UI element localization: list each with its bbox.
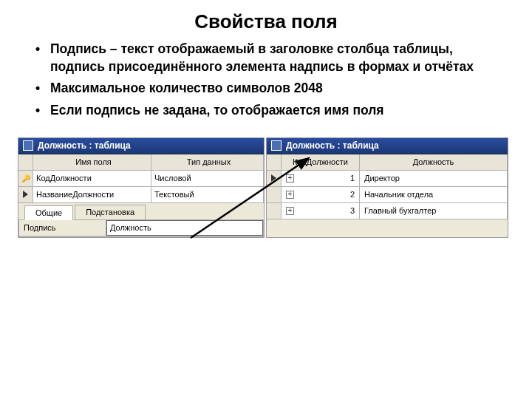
table-icon [271, 140, 282, 151]
data-row[interactable]: + 3 Главный бухгалтер [267, 203, 508, 219]
id-cell[interactable]: + 1 [282, 171, 360, 186]
row-selector[interactable] [267, 203, 282, 219]
field-name-cell[interactable]: НазваниеДолжности [33, 187, 151, 202]
expand-icon[interactable]: + [286, 207, 294, 215]
property-row-caption: Подпись Должность [19, 220, 263, 236]
row-selector-header [267, 154, 282, 170]
data-type-cell[interactable]: Текстовый [151, 187, 264, 202]
data-row[interactable]: + 2 Начальник отдела [267, 187, 508, 203]
property-tabs: Общие Подстановка [18, 205, 264, 219]
expand-icon[interactable]: + [286, 174, 294, 183]
id-cell[interactable]: + 3 [282, 203, 360, 219]
data-grid[interactable]: КодДолжности Должность + 1 Директор + [267, 154, 508, 219]
row-selector[interactable] [18, 187, 33, 202]
primary-key-icon: 🔑 [21, 174, 30, 183]
field-name-header[interactable]: Имя поля [33, 154, 151, 170]
data-type-cell[interactable]: Числовой [151, 171, 264, 186]
expand-icon[interactable]: + [286, 191, 294, 199]
property-value-input[interactable]: Должность [106, 220, 263, 236]
bullet-item: Максимальное количество символов 2048 [50, 80, 502, 98]
tab-general[interactable]: Общие [24, 205, 73, 220]
bullet-item: Если подпись не задана, то отображается … [50, 102, 502, 120]
data-row[interactable]: + 1 Директор [267, 171, 508, 187]
cell-value: 2 [294, 190, 355, 199]
cell-value: 1 [294, 174, 355, 183]
datasheet-view-window: Должность : таблица КодДолжности Должнос… [266, 137, 508, 238]
window-title: Должность : таблица [286, 140, 379, 151]
row-selector[interactable] [267, 171, 282, 186]
field-design-grid[interactable]: Имя поля Тип данных 🔑 КодДолжности Число… [18, 154, 264, 203]
current-row-icon [23, 191, 28, 198]
name-cell[interactable]: Начальник отдела [360, 187, 508, 202]
property-label: Подпись [19, 220, 106, 236]
slide-title: Свойства поля [0, 0, 532, 41]
cell-value: 3 [294, 206, 355, 215]
current-row-icon [271, 174, 276, 182]
row-selector[interactable] [267, 187, 282, 202]
field-name-cell[interactable]: КодДолжности [33, 171, 151, 186]
row-selector[interactable]: 🔑 [18, 171, 33, 186]
titlebar[interactable]: Должность : таблица [18, 138, 264, 154]
row-selector-header [18, 154, 33, 170]
table-icon [23, 140, 33, 151]
bullet-item: Подпись – текст отображаемый в заголовке… [50, 41, 502, 75]
name-cell[interactable]: Главный бухгалтер [360, 203, 508, 219]
titlebar[interactable]: Должность : таблица [267, 138, 508, 154]
design-view-window: Должность : таблица Имя поля Тип данных … [18, 137, 265, 238]
id-cell[interactable]: + 2 [282, 187, 360, 202]
tab-lookup[interactable]: Подстановка [75, 205, 146, 219]
grid-header-row: Имя поля Тип данных [18, 154, 264, 171]
field-row[interactable]: 🔑 КодДолжности Числовой [18, 171, 264, 187]
column-header[interactable]: Должность [360, 154, 508, 170]
field-row[interactable]: НазваниеДолжности Текстовый [18, 187, 264, 203]
property-sheet: Подпись Должность [18, 219, 264, 237]
bullet-list: Подпись – текст отображаемый в заголовке… [0, 41, 532, 137]
grid-header-row: КодДолжности Должность [267, 154, 508, 171]
column-header[interactable]: КодДолжности [282, 154, 360, 170]
window-title: Должность : таблица [38, 140, 131, 151]
data-type-header[interactable]: Тип данных [151, 154, 264, 170]
name-cell[interactable]: Директор [360, 171, 508, 186]
